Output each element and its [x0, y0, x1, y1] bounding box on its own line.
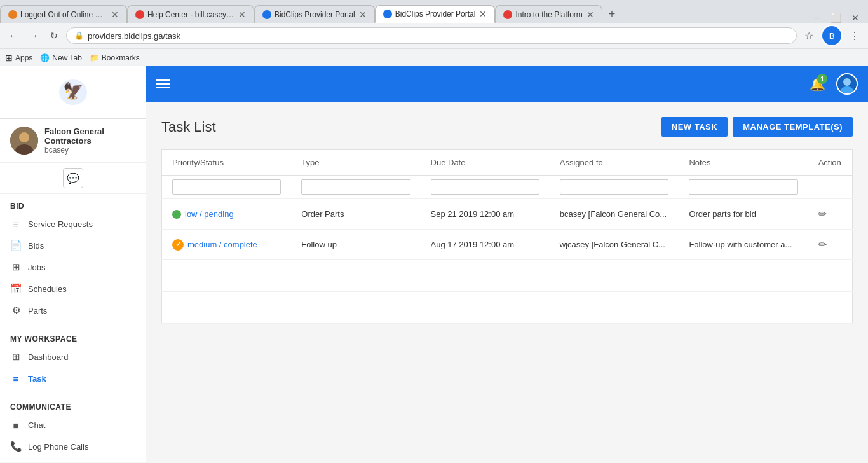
browser-chrome: Logged Out of Online Banking ✕ Help Cent…	[0, 0, 868, 66]
bookmark-bookmarks[interactable]: 📁 Bookmarks	[90, 53, 140, 62]
row2-edit-icon[interactable]: ✏	[818, 239, 827, 250]
tab-4[interactable]: BidClips Provider Portal ✕	[375, 5, 496, 23]
main-content: 🔔 1 Task List NEW TASK MANA	[146, 66, 868, 462]
avatar	[10, 127, 38, 155]
bookmark-star-button[interactable]: ☆	[801, 27, 817, 44]
orange-check-icon	[172, 239, 184, 251]
hamburger-line-3	[156, 87, 170, 88]
filter-due-date[interactable]	[431, 179, 539, 195]
row1-status-text[interactable]: low / pending	[185, 209, 234, 219]
table-row: medium / complete Follow up Aug 17 2019 …	[162, 230, 853, 260]
message-button[interactable]: 💬	[63, 168, 83, 188]
tab-2[interactable]: Help Center - bill.casey@bidc... ✕	[127, 5, 254, 23]
tab-2-close[interactable]: ✕	[238, 10, 246, 20]
window-controls: ─ ⬜ ✕	[621, 13, 868, 23]
sidebar-item-bids[interactable]: 📄 Bids	[0, 235, 146, 256]
tab-4-close[interactable]: ✕	[479, 9, 487, 19]
col-priority-status: Priority/Status	[162, 150, 292, 176]
back-button[interactable]: ←	[5, 27, 22, 44]
row1-edit-icon[interactable]: ✏	[818, 209, 827, 219]
svg-point-6	[843, 78, 851, 86]
svg-point-3	[19, 132, 29, 142]
tab-4-favicon	[383, 10, 392, 18]
sidebar-item-log-phone-calls[interactable]: 📞 Log Phone Calls	[0, 436, 146, 457]
page-content: Task List NEW TASK MANAGE TEMPLATE(S) Pr…	[146, 102, 868, 462]
row2-due-date: Aug 17 2019 12:00 am	[421, 230, 550, 260]
bookmark-apps[interactable]: ⊞ Apps	[5, 53, 32, 63]
filter-notes[interactable]	[689, 179, 797, 195]
minimize-button[interactable]: ─	[810, 13, 824, 23]
workspace-section-label: My Workspace	[0, 327, 146, 346]
parts-label: Parts	[28, 306, 47, 315]
tab-1-close[interactable]: ✕	[111, 10, 119, 20]
profile-info: Falcon General Contractors bcasey	[44, 127, 135, 155]
company-logo-icon: 🦅	[54, 76, 92, 108]
bookmarks-bar: ⊞ Apps 🌐 New Tab 📁 Bookmarks	[0, 48, 868, 66]
page-header: Task List NEW TASK MANAGE TEMPLATE(S)	[161, 117, 853, 137]
maximize-button[interactable]: ⬜	[827, 13, 845, 23]
filter-priority-status[interactable]	[172, 179, 281, 195]
filter-assigned-to[interactable]	[560, 179, 669, 195]
close-window-button[interactable]: ✕	[848, 13, 863, 23]
lock-icon: 🔒	[74, 31, 84, 40]
col-notes: Notes	[679, 150, 808, 176]
tab-2-favicon	[135, 10, 144, 19]
schedules-icon: 📅	[10, 283, 22, 294]
row2-status-cell: medium / complete	[162, 230, 292, 260]
sidebar-item-dashboard[interactable]: ⊞ Dashboard	[0, 346, 146, 368]
sidebar-item-schedules[interactable]: 📅 Schedules	[0, 278, 146, 300]
chrome-menu-button[interactable]: ⋮	[846, 27, 863, 44]
row2-type: Follow up	[291, 230, 420, 260]
schedules-label: Schedules	[28, 284, 67, 294]
message-button-container: 💬	[0, 163, 146, 194]
bookmarks-folder-icon: 📁	[90, 53, 99, 62]
tab-3-title: BidClips Provider Portal	[275, 10, 355, 19]
new-task-button[interactable]: NEW TASK	[661, 117, 728, 137]
new-tab-icon: 🌐	[40, 53, 50, 62]
dashboard-label: Dashboard	[28, 352, 69, 362]
user-avatar-button[interactable]	[836, 73, 858, 95]
refresh-button[interactable]: ↻	[46, 27, 62, 44]
sidebar-item-chat[interactable]: ■ Chat	[0, 414, 146, 436]
sidebar-divider-1	[0, 324, 146, 324]
tab-3[interactable]: BidClips Provider Portal ✕	[254, 5, 375, 23]
hamburger-menu-button[interactable]	[156, 79, 170, 88]
bookmark-new-tab[interactable]: 🌐 New Tab	[40, 53, 81, 62]
hamburger-line-2	[156, 83, 170, 85]
sidebar-item-jobs[interactable]: ⊞ Jobs	[0, 256, 146, 278]
sidebar-item-service-requests[interactable]: ≡ Service Requests	[0, 213, 146, 235]
browser-controls: ← → ↻ 🔒 providers.bidclips.ga/task ☆ B ⋮	[0, 23, 868, 48]
sidebar-item-task[interactable]: ≡ Task	[0, 368, 146, 389]
new-tab-button[interactable]: +	[602, 5, 622, 23]
chrome-user-avatar[interactable]: B	[821, 25, 843, 46]
forward-button[interactable]: →	[25, 27, 42, 44]
svg-text:🦅: 🦅	[63, 81, 84, 101]
apps-label: Apps	[15, 53, 32, 62]
row2-status-text[interactable]: medium / complete	[187, 240, 257, 249]
notifications-button[interactable]: 🔔 1	[806, 73, 829, 95]
row1-status-cell: low / pending	[162, 199, 292, 230]
col-type: Type	[291, 150, 420, 176]
green-dot-icon	[172, 210, 181, 219]
tab-5[interactable]: Intro to the Platform ✕	[495, 5, 602, 23]
browser-tabs: Logged Out of Online Banking ✕ Help Cent…	[0, 0, 868, 23]
address-bar[interactable]: 🔒 providers.bidclips.ga/task	[66, 27, 797, 44]
phone-icon: 📞	[10, 441, 22, 452]
service-requests-icon: ≡	[10, 218, 22, 230]
tab-5-close[interactable]: ✕	[587, 10, 594, 20]
tab-1-favicon	[8, 10, 17, 19]
apps-grid-icon: ⊞	[5, 53, 13, 63]
tab-2-title: Help Center - bill.casey@bidc...	[147, 10, 234, 19]
address-text: providers.bidclips.ga/task	[88, 31, 180, 41]
sidebar-profile: Falcon General Contractors bcasey	[0, 119, 146, 163]
task-icon: ≡	[10, 373, 22, 384]
tab-1[interactable]: Logged Out of Online Banking ✕	[0, 5, 127, 23]
task-table: Priority/Status Type Due Date Assigned t…	[161, 149, 853, 324]
parts-icon: ⚙	[10, 305, 22, 316]
sidebar-item-parts[interactable]: ⚙ Parts	[0, 300, 146, 321]
manage-templates-button[interactable]: MANAGE TEMPLATE(S)	[733, 117, 853, 137]
sidebar-divider-2	[0, 392, 146, 392]
tab-3-close[interactable]: ✕	[359, 10, 367, 20]
username: bcasey	[44, 146, 135, 155]
filter-type[interactable]	[301, 179, 410, 195]
